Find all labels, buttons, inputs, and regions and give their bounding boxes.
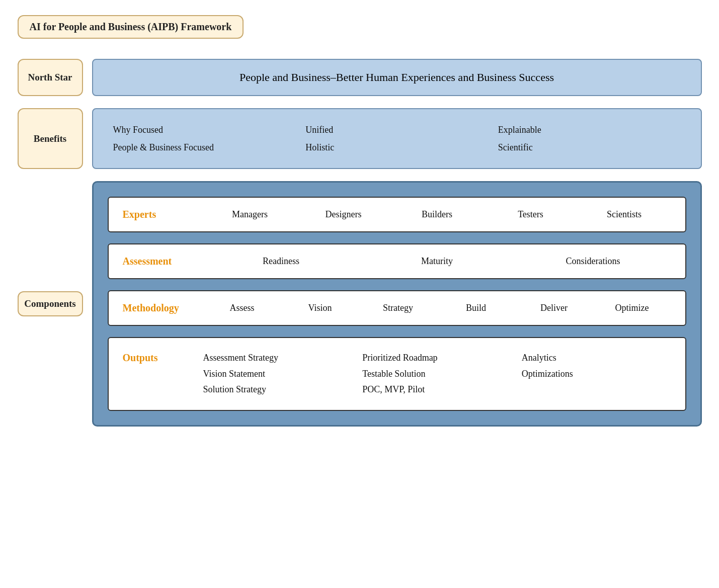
assessment-box: Assessment Readiness Maturity Considerat…	[108, 243, 686, 279]
assessment-items: Readiness Maturity Considerations	[203, 256, 671, 267]
benefits-row: Benefits Why Focused Unified Explainable…	[18, 108, 702, 169]
outputs-label: Outputs	[123, 350, 203, 364]
framework-title: AI for People and Business (AIPB) Framew…	[18, 15, 244, 39]
experts-box: Experts Managers Designers Builders Test…	[108, 197, 686, 232]
benefit-item-4: People & Business Focused	[113, 140, 296, 155]
components-row: Components Experts Managers Designers Bu…	[18, 181, 702, 427]
methodology-item-4: Build	[437, 303, 515, 313]
output-col1-item2: Vision Statement	[203, 366, 353, 382]
methodology-item-3: Strategy	[359, 303, 437, 313]
components-panel: Experts Managers Designers Builders Test…	[92, 181, 702, 427]
methodology-item-5: Deliver	[515, 303, 593, 313]
output-col2-item3: POC, MVP, Pilot	[362, 382, 512, 398]
benefit-item-2: Unified	[305, 122, 488, 138]
output-col1-item1: Assessment Strategy	[203, 350, 353, 366]
output-col2-item1: Prioritized Roadmap	[362, 350, 512, 366]
benefits-panel: Why Focused Unified Explainable People &…	[92, 108, 702, 169]
outputs-col1: Assessment Strategy Vision Statement Sol…	[203, 350, 353, 398]
assessment-item-1: Readiness	[203, 256, 359, 267]
expert-item-2: Designers	[297, 209, 390, 220]
benefit-item-3: Explainable	[498, 122, 681, 138]
north-star-row: North Star People and Business–Better Hu…	[18, 59, 702, 96]
assessment-item-2: Maturity	[359, 256, 515, 267]
output-col2-item2: Testable Solution	[362, 366, 512, 382]
outputs-col3: Analytics Optimizations	[522, 350, 671, 398]
methodology-item-1: Assess	[203, 303, 281, 313]
north-star-panel: People and Business–Better Human Experie…	[92, 59, 702, 96]
north-star-label: North Star	[18, 59, 83, 96]
components-label: Components	[18, 291, 83, 316]
outputs-col2: Prioritized Roadmap Testable Solution PO…	[362, 350, 512, 398]
benefit-item-5: Holistic	[305, 140, 488, 155]
experts-label: Experts	[123, 209, 203, 220]
expert-item-3: Builders	[390, 209, 484, 220]
page-container: AI for People and Business (AIPB) Framew…	[18, 15, 702, 427]
output-col3-item2: Optimizations	[522, 366, 671, 382]
methodology-label: Methodology	[123, 302, 203, 314]
outputs-box: Outputs Assessment Strategy Vision State…	[108, 337, 686, 411]
outputs-grid: Assessment Strategy Vision Statement Sol…	[203, 350, 671, 398]
expert-item-5: Scientists	[578, 209, 671, 220]
methodology-item-6: Optimize	[593, 303, 671, 313]
expert-item-1: Managers	[203, 209, 297, 220]
assessment-item-3: Considerations	[515, 256, 671, 267]
benefit-item-6: Scientific	[498, 140, 681, 155]
experts-items: Managers Designers Builders Testers Scie…	[203, 209, 671, 220]
output-col1-item3: Solution Strategy	[203, 382, 353, 398]
benefit-item-1: Why Focused	[113, 122, 296, 138]
methodology-items: Assess Vision Strategy Build Deliver Opt…	[203, 303, 671, 313]
methodology-box: Methodology Assess Vision Strategy Build…	[108, 290, 686, 326]
benefits-label: Benefits	[18, 108, 83, 169]
expert-item-4: Testers	[484, 209, 578, 220]
output-col3-item1: Analytics	[522, 350, 671, 366]
assessment-label: Assessment	[123, 256, 203, 267]
methodology-item-2: Vision	[281, 303, 359, 313]
north-star-content: People and Business–Better Human Experie…	[239, 71, 554, 84]
